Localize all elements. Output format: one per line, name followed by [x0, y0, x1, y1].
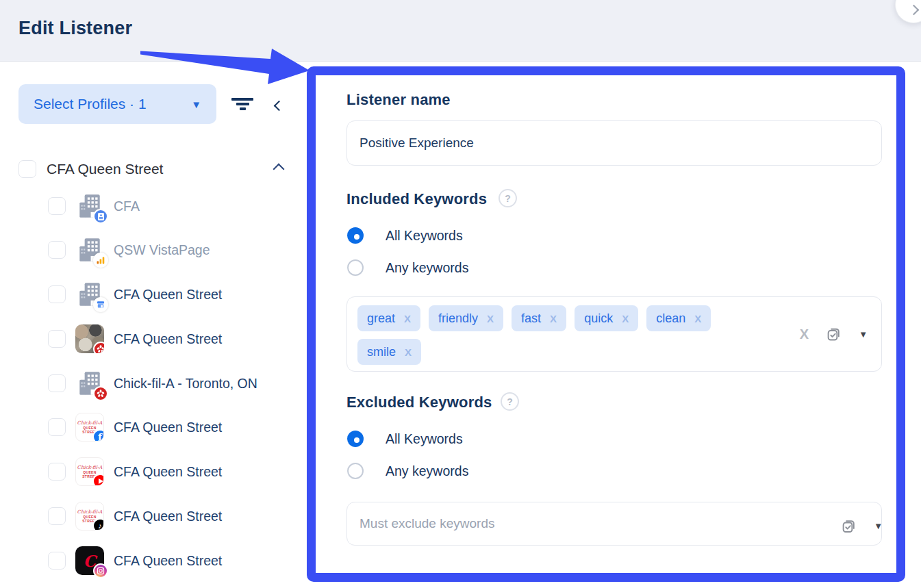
profile-row-gbp[interactable]: CFA Queen Street [48, 275, 307, 314]
profile-label: CFA Queen Street [114, 509, 222, 524]
remove-tag-icon[interactable]: X [405, 346, 412, 358]
included-keywords-tag-input[interactable]: greatX friendlyX fastX quickX cleanX smi… [346, 296, 882, 372]
google-business-icon [93, 297, 108, 312]
profile-avatar-logo: C [75, 546, 104, 575]
chevron-up-icon [273, 164, 285, 175]
profile-row-yelp-photo[interactable]: CFA Queen Street [48, 320, 307, 358]
profile-avatar-building [75, 235, 104, 264]
chevron-down-icon: ▼ [191, 99, 201, 110]
group-checkbox[interactable] [18, 160, 36, 178]
chip-label: quick [584, 311, 613, 326]
profile-avatar-logo: Chick-fil-AQUEENSTREET [75, 457, 104, 486]
edit-listener-panel: Listener name Included Keywords ? All Ke… [307, 66, 905, 582]
radio-label: Any keywords [386, 260, 468, 276]
keyword-chip[interactable]: friendlyX [429, 305, 503, 331]
chip-label: friendly [438, 311, 478, 326]
remove-tag-icon[interactable]: X [404, 313, 411, 324]
profile-avatar-logo: Chick-fil-AQUEENSTREET f [75, 413, 104, 442]
tiktok-icon: ♪ [92, 518, 104, 531]
included-keywords-title: Included Keywords [346, 190, 487, 208]
collapse-group-button[interactable] [275, 164, 283, 176]
radio-unselected-icon[interactable] [347, 463, 364, 479]
profile-row-yelp-building[interactable]: Chick-fil-A - Toronto, ON [48, 364, 307, 402]
keyword-chip[interactable]: fastX [512, 305, 566, 331]
radio-unselected-icon[interactable] [347, 259, 364, 276]
profile-checkbox[interactable] [48, 285, 66, 303]
profile-label: CFA [114, 199, 140, 214]
collapse-sidebar-button[interactable] [275, 100, 283, 112]
remove-tag-icon[interactable]: X [487, 313, 494, 324]
page-title: Edit Listener [18, 18, 132, 39]
filter-icon[interactable] [231, 98, 254, 112]
excluded-any-keywords-option[interactable]: Any keywords [347, 463, 468, 479]
profile-row-tiktok[interactable]: Chick-fil-AQUEENSTREET ♪ CFA Queen Stree… [48, 497, 307, 535]
yelp-icon [93, 386, 108, 401]
youtube-icon [92, 474, 104, 486]
copy-check-icon[interactable] [840, 517, 858, 535]
excluded-keywords-input[interactable] [346, 502, 882, 546]
clear-all-tags-icon[interactable]: X [800, 327, 809, 342]
profile-checkbox[interactable] [48, 197, 66, 215]
profile-checkbox[interactable] [48, 552, 66, 570]
keyword-chip[interactable]: greatX [357, 305, 420, 331]
select-profiles-label: Select Profiles · 1 [34, 96, 147, 112]
profile-label: CFA Queen Street [114, 420, 222, 435]
profile-avatar-building [75, 192, 104, 220]
profile-avatar-building [75, 280, 104, 309]
remove-tag-icon[interactable]: X [550, 313, 557, 324]
profile-row-facebook[interactable]: Chick-fil-AQUEENSTREET f CFA Queen Stree… [48, 408, 307, 446]
help-icon[interactable]: ? [499, 189, 517, 207]
profile-label: CFA Queen Street [114, 464, 222, 480]
profile-label: CFA Queen Street [114, 287, 222, 303]
remove-tag-icon[interactable]: X [694, 313, 701, 324]
included-all-keywords-option[interactable]: All Keywords [347, 227, 463, 244]
profile-row-instagram[interactable]: C CFA Queen Street [48, 541, 307, 580]
radio-selected-icon[interactable] [347, 431, 364, 447]
profile-row-vistapage[interactable]: QSW VistaPage [48, 231, 307, 269]
chip-label: great [367, 311, 395, 326]
instagram-icon [93, 563, 108, 578]
profile-checkbox[interactable] [48, 241, 66, 259]
remove-tag-icon[interactable]: X [622, 313, 629, 324]
excluded-keywords-title: Excluded Keywords [346, 394, 492, 411]
profile-label: CFA Queen Street [114, 331, 222, 347]
analytics-icon [93, 253, 108, 268]
chip-label: fast [521, 311, 541, 326]
profile-checkbox[interactable] [48, 418, 66, 436]
profile-checkbox[interactable] [48, 507, 66, 525]
profile-label: CFA Queen Street [114, 553, 222, 569]
radio-selected-icon[interactable] [347, 227, 364, 244]
chevron-down-icon[interactable]: ▼ [859, 329, 868, 340]
chevron-down-icon[interactable]: ▼ [874, 521, 883, 531]
profile-label: Chick-fil-A - Toronto, ON [114, 376, 257, 392]
group-label: CFA Queen Street [47, 161, 163, 177]
excluded-all-keywords-option[interactable]: All Keywords [347, 431, 463, 447]
keyword-chip[interactable]: quickX [575, 305, 638, 331]
chip-label: clean [656, 311, 685, 326]
profile-row-cfa[interactable]: CFA [48, 187, 307, 225]
keyword-chip[interactable]: smileX [357, 339, 421, 365]
radio-label: All Keywords [386, 431, 463, 447]
profile-checkbox[interactable] [48, 374, 66, 392]
keyword-chip[interactable]: cleanX [646, 305, 711, 331]
listener-name-input[interactable] [346, 120, 882, 166]
profile-checkbox[interactable] [48, 463, 66, 481]
profile-group-row[interactable]: CFA Queen Street [18, 157, 292, 181]
yelp-icon [93, 342, 104, 353]
profile-row-youtube[interactable]: Chick-fil-AQUEENSTREET CFA Queen Street [48, 452, 307, 491]
chevron-right-icon [908, 4, 919, 15]
copy-check-icon[interactable] [824, 325, 843, 344]
chip-label: smile [367, 345, 396, 359]
app-window: Edit Listener Select Profiles · 1 ▼ CFA … [0, 0, 921, 588]
radio-label: Any keywords [386, 463, 468, 479]
profile-avatar-building [75, 369, 104, 398]
profile-checkbox[interactable] [48, 330, 66, 348]
chevron-left-icon [274, 101, 285, 112]
annotation-arrow [136, 42, 314, 90]
included-any-keywords-option[interactable]: Any keywords [347, 259, 468, 276]
listener-name-label: Listener name [346, 91, 451, 109]
facebook-icon: f [92, 429, 104, 442]
contact-card-icon [93, 209, 108, 224]
help-icon[interactable]: ? [501, 392, 519, 411]
profile-avatar-logo: Chick-fil-AQUEENSTREET ♪ [75, 502, 104, 531]
